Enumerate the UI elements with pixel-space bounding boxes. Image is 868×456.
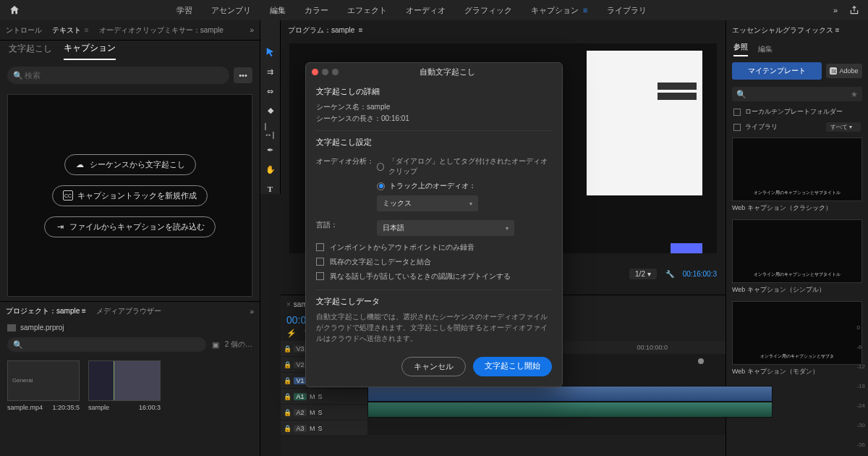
eg-edit-tab[interactable]: 編集 bbox=[758, 44, 773, 54]
checkbox-icon bbox=[733, 109, 741, 116]
type-tool-icon[interactable]: T bbox=[265, 183, 276, 194]
ripple-edit-tool-icon[interactable]: ⇔ bbox=[265, 86, 276, 97]
subtab-caption[interactable]: キャプション bbox=[64, 42, 116, 60]
audio-meter-scale: 0 -6 -12 -18 -24 -30 -36 bbox=[856, 324, 865, 448]
lock-icon[interactable]: 🔒 bbox=[284, 425, 291, 432]
left-column: ントロール テキスト ≡ オーディオクリップミキサー：sample » 文字起こ… bbox=[0, 20, 260, 456]
ws-assembly[interactable]: アセンブリ bbox=[211, 5, 251, 16]
import-caption-file-button[interactable]: ⇥ ファイルからキャプションを読み込む bbox=[44, 216, 216, 237]
checkbox-in-out-only[interactable]: インポイントからアウトポイントにのみ録音 bbox=[316, 240, 552, 255]
ws-color[interactable]: カラー bbox=[305, 5, 328, 16]
ws-audio[interactable]: オーディオ bbox=[406, 5, 446, 16]
radio-track-audio[interactable]: トラック上のオーディオ： bbox=[377, 181, 552, 191]
lock-icon[interactable]: 🔒 bbox=[284, 361, 291, 368]
program-timecode[interactable]: 00:16:00:3 bbox=[683, 270, 717, 278]
track-a1[interactable]: 🔒A1MS bbox=[281, 389, 367, 405]
my-templates-button[interactable]: マイテンプレート bbox=[732, 62, 822, 80]
share-icon[interactable] bbox=[849, 5, 859, 15]
checkbox-icon[interactable] bbox=[733, 124, 741, 131]
ws-edit[interactable]: 編集 bbox=[270, 5, 286, 16]
clip-thumbnail bbox=[7, 360, 80, 401]
ws-library[interactable]: ライブラリ bbox=[607, 5, 647, 16]
lock-icon[interactable]: 🔒 bbox=[284, 377, 291, 384]
track-a3[interactable]: 🔒A3MS bbox=[281, 421, 367, 436]
overflow-icon[interactable]: » bbox=[250, 26, 254, 34]
selection-tool-icon[interactable] bbox=[265, 46, 276, 58]
snap-icon[interactable]: ⚡ bbox=[286, 329, 297, 339]
lock-icon[interactable]: 🔒 bbox=[284, 409, 291, 416]
sequence-name: シーケンス名：sample bbox=[316, 101, 552, 113]
video-clip[interactable] bbox=[367, 386, 773, 402]
top-menubar: 学習 アセンブリ 編集 カラー エフェクト オーディオ グラフィック キャプショ… bbox=[0, 0, 868, 20]
project-search-input[interactable]: 🔍 bbox=[7, 337, 206, 352]
template-item[interactable]: オンライン用のキャプションとサブタイトル Web キャプション（クラシック） bbox=[732, 138, 862, 215]
video-content bbox=[587, 51, 702, 195]
project-item[interactable]: sample.mp41:20:35:5 bbox=[7, 360, 80, 411]
overflow-icon[interactable]: » bbox=[250, 308, 254, 316]
item-count: 2 個の… bbox=[225, 339, 252, 350]
filter-icon[interactable]: ▣ bbox=[212, 340, 219, 350]
checkbox-icon bbox=[316, 243, 324, 251]
cc-icon: CC bbox=[63, 190, 73, 200]
tab-control[interactable]: ントロール bbox=[6, 25, 42, 35]
home-icon[interactable] bbox=[9, 4, 20, 16]
close-icon[interactable] bbox=[312, 69, 318, 75]
pen-tool-icon[interactable]: ✒ bbox=[265, 145, 276, 156]
checkbox-icon bbox=[316, 258, 324, 266]
start-transcribe-button[interactable]: 文字起こし開始 bbox=[473, 357, 552, 376]
tab-media-browser[interactable]: メディアブラウザー bbox=[96, 306, 161, 316]
checkbox-merge-existing[interactable]: 既存の文字起こしデータと結合 bbox=[316, 255, 552, 269]
audio-clip[interactable] bbox=[367, 402, 773, 418]
transcribe-sequence-button[interactable]: ☁ シーケンスから文字起こし bbox=[64, 154, 196, 175]
cloud-upload-icon: ☁ bbox=[75, 159, 85, 169]
overflow-icon[interactable]: » bbox=[833, 6, 838, 14]
mix-dropdown[interactable]: ミックス▾ bbox=[377, 195, 478, 211]
settings-heading: 文字起こし設定 bbox=[316, 137, 552, 148]
subtab-transcribe[interactable]: 文字起こし bbox=[9, 43, 52, 59]
radio-dialog-tagged[interactable]: 「ダイアログ」としてタグ付けされたオーディオクリップ bbox=[377, 156, 552, 177]
lock-icon[interactable]: 🔒 bbox=[284, 393, 291, 400]
radio-icon bbox=[377, 182, 385, 190]
new-caption-track-button[interactable]: CC キャプショントラックを新規作成 bbox=[52, 185, 208, 206]
chevron-down-icon: ▾ bbox=[506, 225, 509, 232]
data-heading: 文字起こしデータ bbox=[316, 296, 552, 307]
hand-tool-icon[interactable]: ✋ bbox=[265, 164, 276, 175]
checkbox-speaker-detect[interactable]: 異なる話し手が話しているときの認識にオプトインする bbox=[316, 269, 552, 284]
project-item[interactable]: sample16:00:3 bbox=[88, 360, 161, 411]
eg-search-input[interactable]: 🔍 ★ bbox=[732, 87, 862, 101]
language-dropdown[interactable]: 日本語▾ bbox=[377, 220, 514, 236]
ws-caption[interactable]: キャプション ≡ bbox=[531, 5, 588, 16]
caption-search-input[interactable]: 🔍 検索 bbox=[7, 67, 229, 84]
tab-project[interactable]: プロジェクト：sample ≡ bbox=[6, 306, 86, 316]
track-a2[interactable]: 🔒A2MS bbox=[281, 405, 367, 421]
ws-learn[interactable]: 学習 bbox=[176, 5, 192, 16]
ws-graphics[interactable]: グラフィック bbox=[464, 5, 512, 16]
zoom-icon[interactable] bbox=[332, 69, 339, 75]
favorite-icon[interactable]: ★ bbox=[851, 90, 858, 99]
zoom-dropdown[interactable]: 1/2 ▾ bbox=[629, 269, 657, 279]
sequence-length: シーケンスの長さ：00:16:01 bbox=[316, 113, 552, 124]
razor-tool-icon[interactable]: ◆ bbox=[265, 105, 276, 116]
dialog-title: 自動文字起こし bbox=[339, 67, 556, 77]
settings-icon[interactable]: 🔧 bbox=[665, 270, 674, 278]
essential-graphics-tab[interactable]: エッセンシャルグラフィックス ≡ bbox=[732, 25, 840, 35]
tab-audio-clip-mixer[interactable]: オーディオクリップミキサー：sample bbox=[99, 25, 224, 35]
slip-tool-icon[interactable]: |↔| bbox=[265, 124, 276, 136]
template-item[interactable]: オンライン用のキャプションとサブタイトル Web キャプション（シンプル） bbox=[732, 219, 862, 297]
ws-effects[interactable]: エフェクト bbox=[347, 5, 387, 16]
more-button[interactable]: ••• bbox=[234, 67, 252, 83]
program-tab[interactable]: プログラム：sample ≡ bbox=[288, 25, 363, 35]
local-folder-checkbox[interactable]: ローカルテンプレートフォルダー bbox=[726, 104, 868, 119]
lock-icon[interactable]: 🔒 bbox=[284, 345, 291, 352]
tab-text[interactable]: テキスト ≡ bbox=[52, 25, 89, 35]
adobe-stock-button[interactable]: StAdobe bbox=[826, 64, 862, 78]
dialog-titlebar[interactable]: 自動文字起こし bbox=[306, 63, 562, 80]
audio-analysis-label: オーディオ分析： bbox=[316, 156, 377, 166]
text-subtabs: 文字起こし キャプション bbox=[0, 41, 260, 61]
template-item[interactable]: オンライン用のキャプションとサブタ Web キャプション（モダン） bbox=[732, 301, 862, 379]
minimize-icon[interactable] bbox=[322, 69, 328, 75]
cancel-button[interactable]: キャンセル bbox=[401, 357, 466, 376]
eg-browse-tab[interactable]: 参照 bbox=[733, 42, 748, 56]
library-dropdown[interactable]: すべて ▾ bbox=[826, 122, 861, 132]
track-select-tool-icon[interactable]: ⇉ bbox=[265, 67, 276, 77]
